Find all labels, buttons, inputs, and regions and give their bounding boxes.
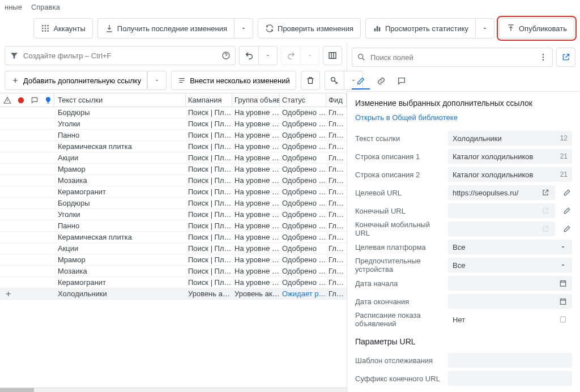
undo-button[interactable] <box>239 46 258 65</box>
svg-point-15 <box>18 97 24 103</box>
header-feed[interactable]: Фид <box>326 93 347 106</box>
menu-item-help[interactable]: Справка <box>31 3 60 11</box>
table-row[interactable]: МозаикаПоиск | Плитк…На уровне ка…Одобре… <box>0 175 347 186</box>
redo-caret[interactable] <box>300 46 319 65</box>
table-row[interactable]: Керамическая плиткаПоиск | Плитк…На уров… <box>0 232 347 243</box>
delete-button[interactable] <box>301 71 320 90</box>
filter-input[interactable] <box>23 52 217 60</box>
edit-url-icon[interactable] <box>562 188 572 198</box>
value-end-date[interactable] <box>448 294 572 309</box>
get-changes-button[interactable]: Получить последние изменения <box>97 18 234 39</box>
value-desc2[interactable]: Каталог холодильников 21 <box>448 167 572 182</box>
checkbox-icon[interactable] <box>558 315 568 324</box>
filter-input-container[interactable] <box>5 46 236 65</box>
table-row[interactable]: БордюрыПоиск | Плитк…На уровне ка…Одобре… <box>0 107 347 118</box>
value-final-url[interactable] <box>448 203 555 218</box>
get-changes-caret[interactable] <box>234 18 253 39</box>
table-row[interactable]: УголкиПоиск | Плитк…На уровне ка…Одобрен… <box>0 118 347 130</box>
value-suffix[interactable] <box>448 371 572 386</box>
edit-url-icon[interactable] <box>562 224 572 234</box>
horizontal-scrollbar[interactable] <box>0 387 347 392</box>
svg-point-4 <box>45 28 46 29</box>
check-changes-label: Проверить изменения <box>278 24 353 33</box>
cell-campaign: Поиск | Плитк… <box>186 267 232 275</box>
tab-edit[interactable] <box>352 74 370 90</box>
label-target-url: Целевой URL <box>355 189 443 197</box>
cell-campaign: Поиск | Плитк… <box>186 176 232 185</box>
table-row[interactable]: МраморПоиск | Плитк…На уровне ка…Одобрен… <box>0 254 347 266</box>
filter-icon <box>10 51 19 60</box>
plus-icon <box>11 76 20 85</box>
value-schedule[interactable]: Нет <box>448 312 572 327</box>
cell-campaign: Поиск | Плитк… <box>186 210 232 219</box>
header-group[interactable]: Группа объявл… <box>232 93 280 106</box>
table-row[interactable]: АкцииПоиск | Плитк…На уровне ка…Одобрено… <box>0 243 347 254</box>
bar-chart-icon <box>373 24 382 33</box>
header-campaign[interactable]: Кампания <box>186 93 232 106</box>
table-row[interactable]: КерамогранитПоиск | Плитк…На уровне ка…О… <box>0 277 347 288</box>
table-row[interactable]: +ХолодильникиУровень акка…Уровень акка…О… <box>0 288 347 300</box>
edit-url-icon[interactable] <box>562 206 572 216</box>
table-row[interactable]: МозаикаПоиск | Плитк…На уровне ка…Одобре… <box>0 266 347 277</box>
table-row[interactable]: УголкиПоиск | Плитк…На уровне ка…Одобрен… <box>0 209 347 220</box>
value-link-text[interactable]: Холодильники 12 <box>448 131 572 146</box>
table-row[interactable]: ПанноПоиск | Плитк…На уровне ка…Одобрено… <box>0 220 347 232</box>
table-row[interactable]: МраморПоиск | Плитк…На уровне ка…Одобрен… <box>0 164 347 175</box>
top-menu: нные Справка <box>0 0 580 14</box>
cell-text: Уголки <box>54 120 186 128</box>
svg-point-17 <box>543 54 544 56</box>
cell-status: Одобрено (с о… <box>280 267 326 275</box>
add-link-button[interactable]: Добавить дополнительную ссылку <box>5 71 147 90</box>
tab-link[interactable] <box>372 74 390 90</box>
value-devices[interactable]: Все <box>448 258 572 272</box>
value-platform[interactable]: Все <box>448 240 572 254</box>
redo-button[interactable] <box>281 46 300 65</box>
cell-feed: Главн… <box>326 188 347 196</box>
more-icon[interactable] <box>539 53 548 62</box>
trash-icon <box>306 76 315 85</box>
open-url-icon[interactable] <box>540 188 551 198</box>
cell-group: На уровне ка… <box>232 176 280 185</box>
view-stats-caret[interactable] <box>475 18 494 39</box>
table-row[interactable]: ПанноПоиск | Плитк…На уровне ка…Одобрено… <box>0 130 347 141</box>
header-status[interactable]: Статус <box>280 93 326 106</box>
open-external-button[interactable] <box>556 48 575 67</box>
caret-down-icon <box>558 261 568 270</box>
cell-status: Одобрено (с о… <box>280 221 326 230</box>
cell-status: Одобрено (с о… <box>280 199 326 207</box>
cell-status: Одобрено (с о… <box>280 142 326 151</box>
menu-item[interactable]: нные <box>5 3 22 11</box>
value-final-mobile-url[interactable] <box>448 221 555 236</box>
table-row[interactable]: Керамическая плиткаПоиск | Плитк…На уров… <box>0 141 347 152</box>
columns-button[interactable] <box>323 46 342 65</box>
table-row[interactable]: БордюрыПоиск | Плитк…На уровне ка…Одобре… <box>0 198 347 209</box>
view-stats-button[interactable]: Просмотреть статистику <box>365 18 475 39</box>
field-search-container[interactable] <box>352 48 553 67</box>
publish-button[interactable]: Опубликовать <box>499 18 574 39</box>
search-icon <box>357 53 366 62</box>
cell-feed: Главн… <box>326 154 347 162</box>
cell-text: Бордюры <box>54 199 186 207</box>
value-desc1[interactable]: Каталог холодильников 21 <box>448 149 572 164</box>
label-desc1: Строка описания 1 <box>355 152 443 161</box>
field-search-input[interactable] <box>370 53 534 62</box>
replace-button[interactable] <box>325 71 344 90</box>
help-icon[interactable] <box>221 51 231 60</box>
table-row[interactable]: КерамогранитПоиск | Плитк…На уровне ка…О… <box>0 186 347 198</box>
header-text[interactable]: Текст ссылки <box>54 93 186 106</box>
value-start-date[interactable] <box>448 276 572 291</box>
value-tracking[interactable] <box>448 353 572 368</box>
tab-comment[interactable] <box>393 74 411 90</box>
caret-down-icon <box>152 76 161 85</box>
check-changes-button[interactable]: Проверить изменения <box>258 18 361 39</box>
bulk-edit-button[interactable]: Внести несколько изменений <box>171 71 296 90</box>
value-target-url[interactable]: https://seopulses.ru/ <box>448 185 555 200</box>
svg-rect-11 <box>379 27 381 31</box>
cell-group: На уровне ка… <box>232 142 280 151</box>
accounts-button[interactable]: Аккаунты <box>33 18 92 39</box>
table-row[interactable]: АкцииПоиск | Плитк…На уровне ка…Одобрено… <box>0 152 347 164</box>
undo-caret[interactable] <box>258 46 278 65</box>
cell-feed: Главн… <box>326 108 347 117</box>
open-library-link[interactable]: Открыть в Общей библиотеке <box>355 113 458 122</box>
add-link-caret[interactable] <box>147 71 167 90</box>
